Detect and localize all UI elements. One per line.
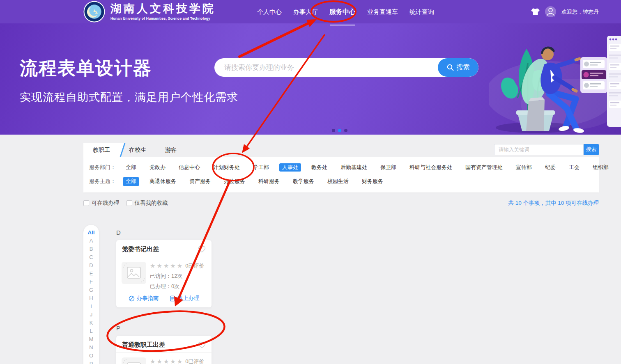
theme-chip[interactable]: 资产服务	[186, 177, 214, 185]
theme-chip[interactable]: 教学服务	[290, 177, 317, 185]
banner-search-button[interactable]: 搜索	[438, 58, 478, 77]
letter-index-item[interactable]: H	[83, 294, 99, 302]
role-tabs: 教职工 在校生 游客	[83, 143, 186, 157]
welcome-text[interactable]: 欢迎您，钟志丹	[561, 8, 599, 16]
rating-count: 0已评价	[185, 262, 204, 270]
main-content: 教职工 在校生 游客 搜索 服务部门： 全部 党政办 信息中心 计划财务处	[0, 135, 621, 364]
online-handle-link[interactable]: 线上办理	[170, 295, 200, 302]
university-name-en: Hunan University of Humanities, Science …	[110, 16, 216, 21]
guide-link[interactable]: 办事指南	[129, 295, 159, 302]
ui-sidepanel-illustration	[607, 36, 621, 127]
nav-item-personal-center[interactable]: 个人中心	[257, 0, 282, 23]
letter-index-item[interactable]: B	[83, 245, 99, 253]
stool-illustration	[526, 100, 545, 131]
theme-filter-row: 服务主题： 全部 离退休服务 资产服务 办公服务 科研服务 教学服务 校园生活 …	[83, 174, 599, 188]
letter-index-item-all[interactable]: All	[83, 229, 99, 237]
nav-item-service-hall[interactable]: 办事大厅	[293, 0, 318, 23]
letter-index-item[interactable]: O	[83, 352, 99, 360]
theme-chip[interactable]: 离退休服务	[147, 177, 179, 185]
user-avatar[interactable]	[545, 6, 557, 18]
filter-block: 教职工 在校生 游客 搜索 服务部门： 全部 党政办 信息中心 计划财务处	[83, 143, 599, 192]
rating-count: 0已评价	[185, 358, 204, 364]
service-thumbnail-icon	[122, 262, 146, 284]
carousel-dot[interactable]	[332, 129, 335, 132]
service-card-dangwei-shuji-chuchai[interactable]: 党委书记出差	[116, 240, 212, 307]
keyword-search-button[interactable]: 搜索	[584, 144, 599, 155]
visit-count: 已访问：12次	[150, 272, 204, 280]
department-label: 服务部门：	[89, 164, 123, 171]
dept-chip-selected-renshichu[interactable]: 人事处	[279, 163, 301, 172]
letter-index-item[interactable]: F	[83, 278, 99, 286]
theme-chip-selected-all[interactable]: 全部	[123, 177, 139, 185]
dept-chip[interactable]: 科研与社会服务处	[407, 163, 455, 172]
university-logo[interactable]: 湖南人文科技学院 Hunan University of Humanities,…	[83, 1, 216, 23]
tab-student[interactable]: 在校生	[120, 143, 156, 157]
header-user-area: 欢迎您，钟志丹	[531, 0, 599, 23]
rating-stars: ★★★★★	[150, 262, 184, 270]
service-card-title: 普通教职工出差	[122, 341, 165, 349]
dept-chip[interactable]: 学工部	[250, 163, 272, 172]
online-document-icon	[170, 295, 175, 302]
group-letter: D	[116, 229, 212, 237]
department-filter-row: 服务部门： 全部 党政办 信息中心 计划财务处 学工部 人事处 教务处 后勤基建…	[83, 160, 599, 174]
carousel-dot[interactable]	[344, 129, 347, 132]
theme-label: 服务主题：	[89, 178, 123, 185]
result-count: 共 10 个事项，其中 10 项可在线办理	[508, 199, 599, 207]
letter-index-item[interactable]: M	[83, 335, 99, 343]
theme-shirt-icon[interactable]	[531, 8, 540, 16]
banner-search-input[interactable]	[214, 58, 438, 77]
tab-staff[interactable]: 教职工	[83, 143, 120, 157]
favorite-heart-icon[interactable]	[198, 246, 206, 253]
nav-item-service-center[interactable]: 服务中心	[329, 0, 356, 23]
letter-index-item[interactable]: D	[83, 261, 99, 270]
keyword-input[interactable]	[494, 144, 584, 155]
letter-index-item[interactable]: K	[83, 319, 99, 327]
dept-chip-all[interactable]: 全部	[123, 163, 139, 172]
theme-chip[interactable]: 校园生活	[324, 177, 352, 185]
hero-banner: 流程表单设计器 实现流程自助式配置，满足用户个性化需求 搜索	[0, 23, 621, 135]
dept-chip[interactable]: 保卫部	[377, 163, 399, 172]
dept-chip[interactable]: 党政办	[147, 163, 168, 172]
favorite-heart-icon[interactable]	[198, 341, 206, 348]
letter-index: All A B C D E F G H I J K L M N O P	[83, 225, 99, 364]
service-card-putong-jiaozhigong-chuchai[interactable]: 普通教职工出差	[116, 336, 212, 364]
dept-chip[interactable]: 教务处	[308, 163, 330, 172]
letter-index-item[interactable]: N	[83, 343, 99, 352]
carousel-dots	[332, 129, 347, 132]
online-filter-checkbox[interactable]	[83, 200, 89, 206]
letter-index-item[interactable]: E	[83, 270, 99, 278]
theme-chip[interactable]: 财务服务	[359, 177, 386, 185]
carousel-dot-active[interactable]	[338, 129, 341, 132]
dept-chip[interactable]: 后勤基建处	[338, 163, 370, 172]
dept-chip[interactable]: 计划财务处	[210, 163, 243, 172]
dept-chip[interactable]: 组织部	[590, 163, 612, 172]
service-center-page: 湖南人文科技学院 Hunan University of Humanities,…	[0, 0, 621, 364]
banner-title: 流程表单设计器	[20, 56, 152, 80]
favorites-filter-checkbox[interactable]	[126, 200, 132, 206]
theme-chip[interactable]: 办公服务	[221, 177, 248, 185]
nav-item-statistics[interactable]: 统计查询	[409, 0, 434, 23]
service-card-title: 党委书记出差	[122, 245, 159, 253]
letter-index-item[interactable]: C	[83, 253, 99, 261]
online-filter[interactable]: 可在线办理	[83, 199, 120, 207]
dept-chip[interactable]: 工会	[566, 163, 582, 172]
letter-index-item[interactable]: L	[83, 327, 99, 335]
letter-index-item[interactable]: G	[83, 286, 99, 294]
letter-index-item[interactable]: A	[83, 237, 99, 245]
letter-index-item[interactable]: I	[83, 302, 99, 311]
dept-chip[interactable]: 宣传部	[513, 163, 535, 172]
dept-chip[interactable]: 信息中心	[176, 163, 203, 172]
service-thumbnail-icon	[122, 357, 146, 364]
banner-search-bar: 搜索	[214, 58, 478, 77]
university-emblem-icon	[83, 1, 105, 23]
theme-chip[interactable]: 科研服务	[255, 177, 283, 185]
dept-chip[interactable]: 国有资产管理处	[462, 163, 506, 172]
dept-chip[interactable]: 纪委	[542, 163, 559, 172]
group-p: P 普通教职工出差	[116, 325, 212, 364]
letter-index-item[interactable]: P	[83, 360, 99, 364]
keyword-search: 搜索	[494, 144, 599, 155]
tab-guest[interactable]: 游客	[156, 143, 186, 157]
letter-index-item[interactable]: J	[83, 311, 99, 319]
nav-item-business-express[interactable]: 业务直通车	[367, 0, 398, 23]
favorites-filter[interactable]: 仅看我的收藏	[126, 199, 168, 207]
